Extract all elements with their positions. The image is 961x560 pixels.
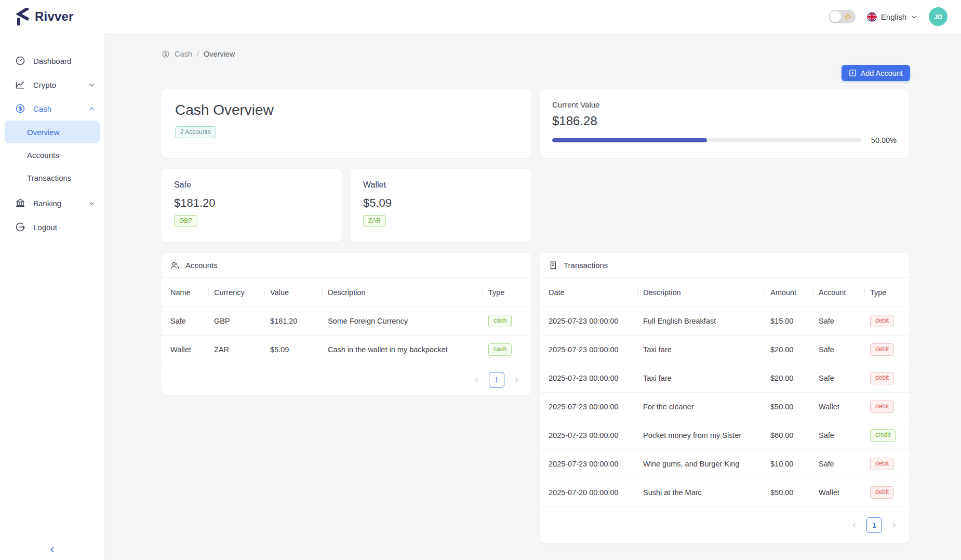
language-label: English <box>881 12 906 21</box>
cell-account: Safe <box>819 460 870 468</box>
cell-type: debit <box>870 458 900 470</box>
cell-account: Wallet <box>819 403 870 411</box>
cell-type: debit <box>870 486 900 498</box>
next-page-icon[interactable] <box>513 376 520 383</box>
type-badge: cash <box>488 315 512 327</box>
cell-date: 2025-07-23 00:00:00 <box>549 374 643 382</box>
theme-toggle[interactable] <box>829 10 856 23</box>
cell-name: Safe <box>170 317 214 325</box>
table-row: 2025-07-23 00:00:00For the cleaner$50.00… <box>540 393 909 421</box>
progress-percent: 50.00% <box>868 136 897 144</box>
theme-toggle-knob[interactable] <box>830 11 841 22</box>
type-badge: debit <box>870 458 894 470</box>
cell-amount: $50.00 <box>770 403 819 411</box>
cell-date: 2025-07-23 00:00:00 <box>549 403 643 411</box>
sidebar-item-transactions[interactable]: Transactions <box>0 166 104 189</box>
sidebar-item-cash[interactable]: Cash <box>0 97 104 121</box>
accounts-table-title: Accounts <box>185 261 218 270</box>
current-value-amount: $186.28 <box>552 114 897 128</box>
cell-description: Pocket money from my Sister <box>643 431 770 439</box>
users-icon <box>170 261 180 270</box>
rivver-logo-icon <box>16 8 30 25</box>
sidebar-item-logout[interactable]: Logout <box>0 215 104 239</box>
chevron-down-icon <box>88 200 95 207</box>
cell-type: debit <box>870 372 900 384</box>
sidebar: Dashboard Crypto Cash Overview Accounts … <box>0 33 105 560</box>
cell-currency: GBP <box>214 317 270 325</box>
currency-badge: GBP <box>174 215 197 227</box>
chevron-down-icon <box>911 14 917 20</box>
currency-badge: ZAR <box>363 215 386 227</box>
cell-currency: ZAR <box>214 345 270 354</box>
sun-icon <box>844 12 852 21</box>
account-card-title: Wallet <box>363 180 519 190</box>
type-badge: debit <box>870 343 894 355</box>
cell-type: debit <box>870 401 900 412</box>
cell-description: Full English Breakfast <box>643 317 770 325</box>
logout-icon <box>15 222 25 232</box>
cash-overview-card: Cash Overview 2 Accounts <box>162 89 531 158</box>
table-row: 2025-07-23 00:00:00Taxi fare$20.00Safede… <box>540 336 909 364</box>
breadcrumb-section[interactable]: Cash <box>175 50 192 58</box>
cell-account: Safe <box>819 317 870 325</box>
sidebar-item-overview[interactable]: Overview <box>5 121 100 143</box>
cell-type: credit <box>870 429 900 441</box>
account-card-wallet: Wallet $5.09 ZAR <box>351 169 531 242</box>
cell-description: Wine gums, and Burger King <box>643 460 770 468</box>
prev-page-icon[interactable] <box>473 376 480 383</box>
next-page-icon[interactable] <box>890 522 898 529</box>
uk-flag-icon <box>867 12 877 22</box>
accounts-table-header: Name Currency Value Description Type <box>162 278 531 307</box>
plus-square-icon <box>849 69 857 77</box>
cell-account: Safe <box>819 374 870 382</box>
prev-page-icon[interactable] <box>851 522 858 529</box>
cell-type: cash <box>488 343 523 355</box>
cell-type: cash <box>488 315 523 327</box>
cell-amount: $20.00 <box>770 345 819 354</box>
type-badge: debit <box>870 372 894 384</box>
progress-bar <box>552 138 861 142</box>
breadcrumb-page: Overview <box>204 50 235 58</box>
chevron-up-icon <box>88 105 95 112</box>
cell-amount: $20.00 <box>770 374 819 382</box>
table-row: 2025-07-23 00:00:00Full English Breakfas… <box>540 307 909 336</box>
cell-account: Safe <box>819 345 870 354</box>
cell-amount: $15.00 <box>770 317 819 325</box>
page-number-button[interactable]: 1 <box>489 372 504 388</box>
cell-date: 2025-07-23 00:00:00 <box>549 317 643 325</box>
sidebar-collapse-button[interactable] <box>0 545 104 554</box>
bank-icon <box>15 198 25 208</box>
transactions-pagination: 1 <box>540 507 909 543</box>
page-number-button[interactable]: 1 <box>866 517 882 533</box>
main-content: Cash / Overview Add Account Cash Overvie… <box>105 33 961 560</box>
sidebar-item-banking[interactable]: Banking <box>0 191 104 215</box>
accounts-pagination: 1 <box>162 364 531 395</box>
cell-description: Sushi at the Marc <box>643 488 770 497</box>
chevron-down-icon <box>88 82 95 88</box>
cell-account: Safe <box>819 431 870 439</box>
table-row: 2025-07-20 00:00:00Sushi at the Marc$50.… <box>540 478 909 507</box>
page-title: Cash Overview <box>175 102 518 118</box>
account-card-title: Safe <box>174 180 329 190</box>
cell-description: For the cleaner <box>643 403 770 411</box>
transactions-table-header: Date Description Amount Account Type <box>540 278 909 307</box>
app-logo: Rivver <box>16 8 74 25</box>
table-row: 2025-07-23 00:00:00Taxi fare$20.00Safede… <box>540 364 909 393</box>
language-selector[interactable]: English <box>867 12 917 22</box>
add-account-button[interactable]: Add Account <box>842 65 910 81</box>
accounts-count-badge: 2 Accounts <box>175 126 216 138</box>
current-value-card: Current Value $186.28 50.00% <box>540 89 909 158</box>
cell-description: Taxi fare <box>643 374 770 382</box>
cell-description: Some Foreign Currency <box>328 317 488 325</box>
breadcrumb-separator: / <box>197 50 199 58</box>
cell-account: Wallet <box>819 488 870 497</box>
sidebar-item-crypto[interactable]: Crypto <box>0 73 104 97</box>
receipt-icon <box>549 261 558 270</box>
cell-value: $181.20 <box>270 317 328 325</box>
cell-date: 2025-07-23 00:00:00 <box>549 431 643 439</box>
line-chart-icon <box>15 79 25 90</box>
sidebar-item-dashboard[interactable]: Dashboard <box>0 49 104 73</box>
transactions-table-card: Transactions Date Description Amount Acc… <box>540 253 909 543</box>
sidebar-item-accounts[interactable]: Accounts <box>0 143 104 166</box>
user-avatar[interactable]: JD <box>929 7 947 26</box>
